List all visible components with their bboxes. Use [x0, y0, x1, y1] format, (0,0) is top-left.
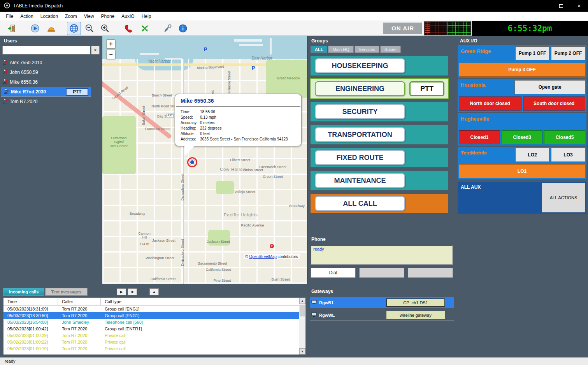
aux-button[interactable]: Closed3: [502, 130, 543, 144]
user-item[interactable]: Mike 6550.36: [0, 77, 102, 87]
phone-button-dial[interactable]: Dial: [311, 268, 356, 278]
map-zoom-out-button[interactable]: −: [106, 50, 116, 59]
start-playback-button[interactable]: [28, 22, 42, 35]
minimize-button[interactable]: [534, 0, 552, 12]
users-search-input[interactable]: [2, 46, 90, 54]
clear-search-button[interactable]: ×: [91, 46, 100, 54]
call-row[interactable]: 05/02/2023[01:00:29]Tom R7.2020Private c…: [4, 332, 305, 339]
aux-button[interactable]: North door closed: [459, 97, 521, 111]
aux-section: HoustoniaOpen gateNorth door closedSouth…: [458, 79, 586, 112]
scroll-thumb[interactable]: [300, 305, 305, 316]
tools-button[interactable]: [160, 22, 174, 35]
aux-button[interactable]: Open gate: [514, 80, 585, 94]
call-row[interactable]: 05/02/2023[01:00:19]Tom R7.2020Private c…: [4, 345, 305, 352]
call-caller: Tom R7.2020: [58, 307, 101, 311]
aux-button[interactable]: Pump 1 OFF: [515, 46, 549, 60]
selected-user-marker[interactable]: [190, 160, 195, 165]
phone-button-3[interactable]: [408, 268, 453, 278]
popup-field: Accuracy:0 meters: [181, 120, 296, 125]
group-button[interactable]: FIXED ROUTE: [315, 150, 405, 165]
user-item[interactable]: Alex 7550.2010: [0, 58, 102, 67]
scroll-up-button[interactable]: ▲: [299, 298, 305, 304]
groups-tab-all[interactable]: ALL: [311, 46, 327, 53]
map[interactable]: + Yacht HarborEast HarborPPMarina Boulev…: [102, 36, 307, 284]
aux-button[interactable]: Closed5: [544, 130, 585, 144]
aux-panel: AUX I/O Green RidgePump 1 OFFPump 2 OFFP…: [456, 36, 588, 357]
call-row[interactable]: 05/02/2023[01:00:42]Tom R7.2020Group cal…: [4, 325, 305, 332]
user-item[interactable]: John 6550.59: [0, 67, 102, 77]
user-item[interactable]: Tom R7.2020: [0, 97, 102, 106]
info-button[interactable]: i: [176, 22, 190, 35]
groups-tab-main-hq[interactable]: Main HQ: [328, 46, 353, 53]
alarm-button[interactable]: [44, 22, 58, 35]
user-item[interactable]: Mike R7nd.2030PTT: [1, 87, 91, 97]
gateway-channel-button[interactable]: wireline gateway: [386, 311, 445, 319]
call-row[interactable]: 05/03/2023[18:31:09]Tom R7.2020Group cal…: [4, 305, 305, 312]
aux-body-buttons: LO1: [459, 164, 585, 178]
aux-button[interactable]: Pump 2 OFF: [551, 46, 585, 60]
gateway-row[interactable]: RgwB1CP_ch1 DS1: [310, 297, 454, 308]
maximize-button[interactable]: [552, 0, 570, 12]
menu-item-zoom[interactable]: Zoom: [61, 12, 81, 20]
phone-display[interactable]: ready: [311, 245, 453, 265]
stop-button[interactable]: ■: [128, 288, 137, 295]
aux-button[interactable]: LO3: [551, 148, 585, 162]
info-icon: i: [178, 24, 188, 33]
calls-tab-text-messages[interactable]: Text messages: [45, 288, 87, 296]
aux-button[interactable]: Pump 3 OFF: [459, 63, 585, 77]
exit-door-button[interactable]: [5, 22, 19, 35]
signal-meters: [424, 21, 471, 35]
raise-panel-button[interactable]: ▲: [149, 288, 159, 295]
group-button[interactable]: SECURITY: [315, 104, 405, 119]
gateway-row[interactable]: RgwWLwireline gateway: [310, 310, 454, 321]
menu-item-action[interactable]: Action: [17, 12, 37, 20]
menu-item-file[interactable]: File: [2, 12, 17, 20]
call-row[interactable]: 05/03/2023[18:30:50]Tom R7.2020Group cal…: [4, 312, 305, 319]
map-attribution: © OpenStreetMap contributors: [244, 254, 300, 259]
aux-button[interactable]: South door closed: [523, 97, 586, 111]
aux-button[interactable]: LO2: [515, 148, 549, 162]
group-button[interactable]: TRANSPORTATION: [315, 127, 405, 142]
group-button[interactable]: ENGINEERING: [315, 81, 405, 96]
calls-tab-incoming-calls[interactable]: Incoming calls: [3, 288, 44, 296]
menu-item-location[interactable]: Location: [37, 12, 61, 20]
phone-button-2[interactable]: [359, 268, 404, 278]
aux-button[interactable]: LO1: [459, 164, 585, 178]
zoom-out-button[interactable]: [82, 22, 97, 35]
map-globe-button[interactable]: [67, 22, 81, 35]
play-button[interactable]: ▶: [117, 288, 126, 295]
menu-item-phone[interactable]: Phone: [98, 12, 118, 20]
openstreetmap-link[interactable]: OpenStreetMap: [249, 254, 277, 259]
group-button[interactable]: ALL CALL: [315, 196, 405, 211]
column-header-caller[interactable]: Caller: [58, 298, 101, 305]
call-type: Group call [ENG1]: [101, 307, 305, 311]
map-zoom-in-button[interactable]: +: [106, 39, 116, 49]
groups-tab-buses[interactable]: Buses: [380, 46, 401, 53]
ptt-button[interactable]: PTT: [66, 88, 88, 96]
group-button[interactable]: MAINTENANCE: [315, 173, 405, 188]
call-type: Private call: [101, 340, 305, 344]
crosspatch-button[interactable]: [138, 22, 152, 35]
gateway-channel-button[interactable]: CP_ch1 DS1: [386, 298, 445, 307]
group-row: ALL CALL: [311, 194, 448, 213]
calls-panel: Incoming callsText messages ▶ ■ ▲ Time C…: [0, 287, 307, 357]
menu-item-view[interactable]: View: [81, 12, 98, 20]
ptt-button[interactable]: PTT: [409, 81, 444, 96]
calls-scrollbar[interactable]: ▲ ▼: [299, 298, 305, 354]
menu-item-help[interactable]: Help: [138, 12, 155, 20]
groups-tab-services[interactable]: Services: [355, 46, 379, 53]
call-row[interactable]: 05/02/2023[01:00:22]Tom R7.2020Private c…: [4, 339, 305, 345]
aux-button[interactable]: Closed1: [459, 130, 500, 144]
map-label: Jackson Street: [152, 239, 176, 242]
phone-call-button[interactable]: [121, 22, 135, 35]
close-button[interactable]: ×: [570, 0, 588, 12]
on-air-indicator[interactable]: ON AIR: [383, 23, 422, 34]
all-actions-button[interactable]: ALL ACTIONS: [542, 183, 585, 212]
column-header-call-type[interactable]: Call type: [101, 299, 305, 304]
zoom-in-button[interactable]: [98, 22, 112, 35]
menu-item-auxio[interactable]: AuxIO: [118, 12, 138, 20]
scroll-down-button[interactable]: ▼: [299, 348, 305, 354]
call-row[interactable]: 05/03/2023[16:54:08]John SmedleyTelephon…: [4, 319, 305, 325]
group-button[interactable]: HOUSEKEEPING: [315, 58, 405, 73]
column-header-time[interactable]: Time: [4, 298, 58, 305]
